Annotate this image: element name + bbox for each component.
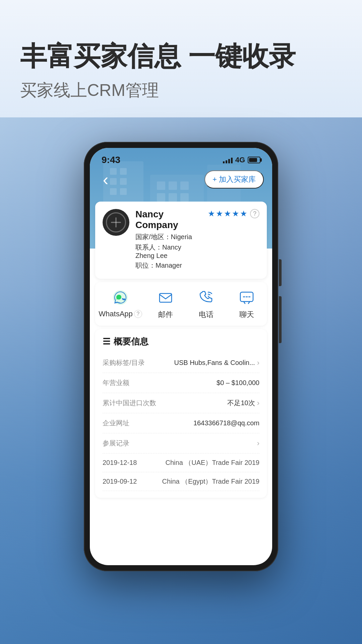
star-rating: ★ ★ ★ ★ ★ ? — [208, 209, 259, 218]
headline: 丰富买家信息 一键收录 — [20, 40, 342, 72]
trade-event-2: China （Egypt）Trade Fair 2019 — [162, 477, 259, 486]
action-row: WhatsApp ? — [95, 282, 267, 326]
section-icon: ☰ — [103, 336, 110, 347]
revenue-value: $0 – $100,000 — [217, 379, 259, 387]
star-5: ★ — [240, 209, 247, 218]
company-info: Nancy Company 国家/地区：Nigeria 联系人：Nancy Zh… — [135, 209, 202, 271]
email-icon — [156, 288, 175, 307]
website-label: 企业网址 — [103, 419, 129, 428]
star-3: ★ — [224, 209, 231, 218]
stars: ★ ★ ★ ★ ★ — [208, 209, 247, 218]
company-country: 国家/地区：Nigeria — [135, 232, 202, 241]
avatar-cross — [111, 217, 121, 227]
phone-screen: 9:43 4G — [90, 148, 272, 565]
trade-event-1: China （UAE）Trade Fair 2019 — [166, 458, 260, 467]
info-row-imports[interactable]: 累计中国进口次数 不足10次 › — [103, 393, 259, 413]
exhibitions-value: › — [257, 439, 259, 448]
section-title: ☰ 概要信息 — [103, 336, 259, 347]
signal-bar-1 — [223, 161, 225, 163]
phone-container: 9:43 4G — [0, 142, 362, 571]
svg-rect-13 — [180, 193, 189, 202]
trade-row-1: 2019-12-18 China （UAE）Trade Fair 2019 — [103, 453, 259, 472]
trade-date-1: 2019-12-18 — [103, 459, 137, 467]
exhibitions-label: 参展记录 — [103, 439, 129, 448]
whatsapp-icon — [111, 288, 130, 307]
signal-bar-2 — [226, 160, 227, 163]
trade-row-2: 2019-09-12 China （Egypt）Trade Fair 2019 — [103, 472, 259, 491]
battery-fill — [249, 158, 257, 162]
info-row-revenue: 年营业额 $0 – $100,000 — [103, 373, 259, 393]
star-4: ★ — [232, 209, 239, 218]
add-buyer-button[interactable]: + 加入买家库 — [204, 170, 264, 189]
phone-mockup: 9:43 4G — [84, 142, 278, 571]
info-row-exhibitions[interactable]: 参展记录 › — [103, 433, 259, 453]
imports-label: 累计中国进口次数 — [103, 398, 156, 408]
star-1: ★ — [208, 209, 215, 218]
phone-label: 电话 — [199, 310, 214, 320]
overview-section: ☰ 概要信息 采购标签/目录 USB Hubs,Fans & Coolin...… — [95, 329, 267, 498]
chat-icon — [237, 288, 256, 307]
whatsapp-label: WhatsApp ? — [99, 310, 142, 318]
purchase-label: 采购标签/目录 — [103, 358, 145, 367]
signal-bar-4 — [231, 158, 233, 163]
network-type: 4G — [235, 156, 245, 164]
position-value: Manager — [156, 262, 182, 269]
company-contact: 联系人：Nancy Zheng Lee — [135, 243, 202, 260]
back-button[interactable] — [98, 172, 113, 187]
email-label: 邮件 — [158, 310, 173, 320]
trade-date-2: 2019-09-12 — [103, 478, 137, 485]
contact-label: 联系人： — [135, 244, 162, 251]
imports-arrow: › — [257, 399, 259, 408]
info-row-website: 企业网址 1643366718@qq.com — [103, 413, 259, 433]
phone-side-button-1 — [279, 259, 282, 286]
position-label: 职位： — [135, 262, 156, 269]
signal-icon — [223, 157, 233, 163]
status-time: 9:43 — [102, 155, 120, 165]
phone-side-button-2 — [279, 296, 282, 343]
country-value: Nigeria — [171, 233, 192, 240]
avatar-inner — [106, 212, 126, 232]
phone-nav: + 加入买家库 — [90, 169, 272, 192]
phone-content: Nancy Company 国家/地区：Nigeria 联系人：Nancy Zh… — [90, 202, 272, 565]
company-card: Nancy Company 国家/地区：Nigeria 联系人：Nancy Zh… — [95, 202, 267, 279]
battery-icon — [248, 157, 260, 163]
exhibitions-arrow: › — [257, 439, 259, 448]
svg-rect-20 — [160, 293, 172, 302]
action-chat[interactable]: 聊天 — [230, 288, 263, 320]
header-section: 丰富买家信息 一键收录 买家线上CRM管理 — [0, 0, 362, 132]
purchase-value: USB Hubs,Fans & Coolin... › — [174, 359, 259, 367]
imports-value: 不足10次 › — [227, 398, 259, 408]
action-phone[interactable]: 电话 — [189, 288, 223, 320]
company-avatar — [103, 209, 129, 236]
action-whatsapp[interactable]: WhatsApp ? — [99, 288, 142, 320]
info-row-purchase[interactable]: 采购标签/目录 USB Hubs,Fans & Coolin... › — [103, 353, 259, 373]
rating-help-icon[interactable]: ? — [250, 209, 259, 218]
svg-rect-11 — [157, 193, 165, 202]
svg-rect-12 — [169, 193, 177, 202]
phone-status-bar: 9:43 4G — [90, 148, 272, 169]
star-2: ★ — [216, 209, 223, 218]
content-wrapper: 丰富买家信息 一键收录 买家线上CRM管理 — [0, 0, 362, 644]
country-label: 国家/地区： — [135, 233, 171, 240]
subheadline: 买家线上CRM管理 — [20, 79, 342, 102]
action-email[interactable]: 邮件 — [149, 288, 182, 320]
signal-bar-3 — [228, 159, 230, 163]
phone-icon — [197, 288, 216, 307]
chat-label: 聊天 — [239, 310, 254, 320]
company-position: 职位：Manager — [135, 261, 202, 270]
section-title-text: 概要信息 — [114, 336, 148, 347]
whatsapp-help-icon[interactable]: ? — [134, 310, 142, 318]
arrow-icon: › — [257, 359, 259, 367]
company-name: Nancy Company — [135, 209, 202, 230]
status-icons: 4G — [223, 156, 260, 164]
revenue-label: 年营业额 — [103, 378, 129, 387]
add-buyer-label: + 加入买家库 — [213, 174, 256, 184]
website-value: 1643366718@qq.com — [193, 419, 259, 427]
